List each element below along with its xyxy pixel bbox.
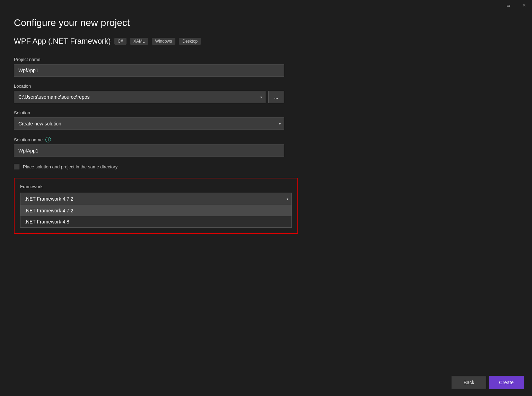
project-name-label: Project name <box>14 57 298 62</box>
close-button[interactable]: ✕ <box>516 0 532 11</box>
project-name-input[interactable] <box>14 64 284 77</box>
footer: Back Create <box>443 369 532 396</box>
main-content: Configure your new project WPF App (.NET… <box>0 0 312 256</box>
page-title: Configure your new project <box>14 17 298 28</box>
window-controls: ▭ ✕ <box>500 0 532 11</box>
info-icon[interactable]: i <box>45 137 51 142</box>
solution-label: Solution <box>14 110 298 115</box>
location-select-wrapper: C:\Users\username\source\repos ▾ <box>14 91 265 103</box>
framework-select-wrapper: .NET Framework 4.7.2 .NET Framework 4.8 … <box>20 193 292 205</box>
minimize-button[interactable]: ▭ <box>500 0 516 11</box>
create-button[interactable]: Create <box>489 376 524 389</box>
tag-windows: Windows <box>152 38 176 45</box>
solution-select-wrapper: Create new solution ▾ <box>14 117 284 130</box>
tag-desktop: Desktop <box>179 38 201 45</box>
same-directory-row: Place solution and project in the same d… <box>14 164 298 169</box>
solution-name-label: Solution name <box>14 137 43 142</box>
minimize-icon: ▭ <box>506 3 510 8</box>
same-directory-checkbox[interactable] <box>14 164 19 169</box>
location-row: C:\Users\username\source\repos ▾ ... <box>14 91 284 103</box>
project-type-row: WPF App (.NET Framework) C# XAML Windows… <box>14 37 298 46</box>
location-group: Location C:\Users\username\source\repos … <box>14 83 298 103</box>
solution-name-input[interactable] <box>14 144 284 157</box>
solution-name-label-row: Solution name i <box>14 137 298 142</box>
framework-label: Framework <box>20 184 292 189</box>
framework-option-2[interactable]: .NET Framework 4.8 <box>20 216 291 227</box>
solution-select[interactable]: Create new solution <box>14 117 284 130</box>
framework-select[interactable]: .NET Framework 4.7.2 .NET Framework 4.8 <box>20 193 292 205</box>
framework-section: Framework .NET Framework 4.7.2 .NET Fram… <box>14 178 298 234</box>
project-name-group: Project name <box>14 57 298 77</box>
browse-button[interactable]: ... <box>268 91 284 103</box>
solution-name-group: Solution name i <box>14 137 298 157</box>
solution-group: Solution Create new solution ▾ <box>14 110 298 130</box>
tag-xaml: XAML <box>130 38 148 45</box>
tag-csharp: C# <box>114 38 127 45</box>
same-directory-label[interactable]: Place solution and project in the same d… <box>23 164 117 169</box>
close-icon: ✕ <box>522 3 526 8</box>
framework-option-1[interactable]: .NET Framework 4.7.2 <box>20 205 291 216</box>
back-button[interactable]: Back <box>452 376 486 389</box>
project-type-name: WPF App (.NET Framework) <box>14 37 111 46</box>
location-select[interactable]: C:\Users\username\source\repos <box>14 91 265 103</box>
framework-dropdown-list: .NET Framework 4.7.2 .NET Framework 4.8 <box>20 205 292 228</box>
location-label: Location <box>14 83 298 89</box>
